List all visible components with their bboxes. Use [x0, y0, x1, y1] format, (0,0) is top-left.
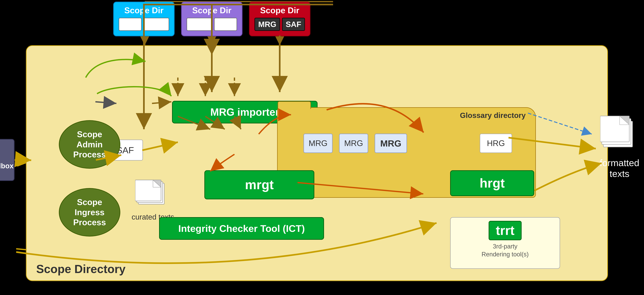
mrg-badge-1: MRG — [144, 18, 169, 31]
mrg-importer-label: MRG importer — [210, 106, 280, 118]
trrt-sublabel: 3rd-partyRendering tool(s) — [482, 243, 528, 259]
mrgt-label: mrgt — [245, 177, 274, 192]
scope-dir-cyan: Scope Dir SAF MRG — [113, 1, 174, 36]
scope-ingress-ellipse: ScopeIngressProcess — [59, 188, 120, 237]
ingress-toolbox: 🧰 ingress toolbox — [0, 139, 14, 181]
saf-badge-1: SAF — [119, 18, 142, 31]
mrg-doc-1: MRG — [304, 134, 332, 153]
trrt-label: trrt — [488, 221, 522, 240]
formatted-texts-label: formatted texts — [595, 157, 644, 179]
curated-texts-icon — [135, 178, 171, 211]
scope-directory: Scope Directory MRG importer Glossary di… — [26, 45, 608, 281]
formatted-texts-icon — [600, 113, 639, 155]
scope-admin-label: ScopeAdminProcess — [73, 129, 106, 159]
scope-directory-label: Scope Directory — [36, 262, 126, 276]
hrg-doc: HRG — [480, 134, 512, 153]
saf-badge-3: SAF — [282, 18, 305, 31]
formatted-texts: formatted texts — [595, 113, 644, 179]
curated-texts: curated texts — [132, 178, 174, 221]
mrg-badge-2: MRG — [186, 18, 212, 31]
scope-dir-cyan-title: Scope Dir — [119, 5, 169, 15]
scope-ingress-label: ScopeIngressProcess — [73, 197, 106, 227]
scope-dir-red-title: Scope Dir — [254, 5, 305, 15]
mrg-badge-3: MRG — [254, 18, 280, 31]
scope-admin-ellipse: ScopeAdminProcess — [59, 120, 120, 169]
saf-badge-2: SAF — [214, 18, 237, 31]
scope-dir-purple: Scope Dir MRG SAF — [181, 1, 242, 36]
ict-label: Integrity Checker Tool (ICT) — [178, 223, 305, 234]
hrgt-label: hrgt — [480, 176, 505, 191]
trrt-box: trrt 3rd-partyRendering tool(s) — [450, 217, 560, 269]
glossary-directory-label: Glossary directory — [460, 111, 526, 120]
mrgt-box: mrgt — [204, 170, 314, 199]
scope-dir-purple-title: Scope Dir — [186, 5, 237, 15]
mrg-doc-bold: MRG — [375, 134, 407, 153]
mrg-doc-2: MRG — [339, 134, 368, 153]
hrgt-box: hrgt — [450, 170, 534, 196]
scope-dir-red: Scope Dir MRG SAF — [249, 1, 310, 36]
ingress-toolbox-label: ingress toolbox — [0, 161, 14, 170]
diagram-container: Scope Dir SAF MRG Scope Dir MRG SAF Scop… — [0, 0, 644, 295]
ict-box: Integrity Checker Tool (ICT) — [159, 217, 324, 240]
